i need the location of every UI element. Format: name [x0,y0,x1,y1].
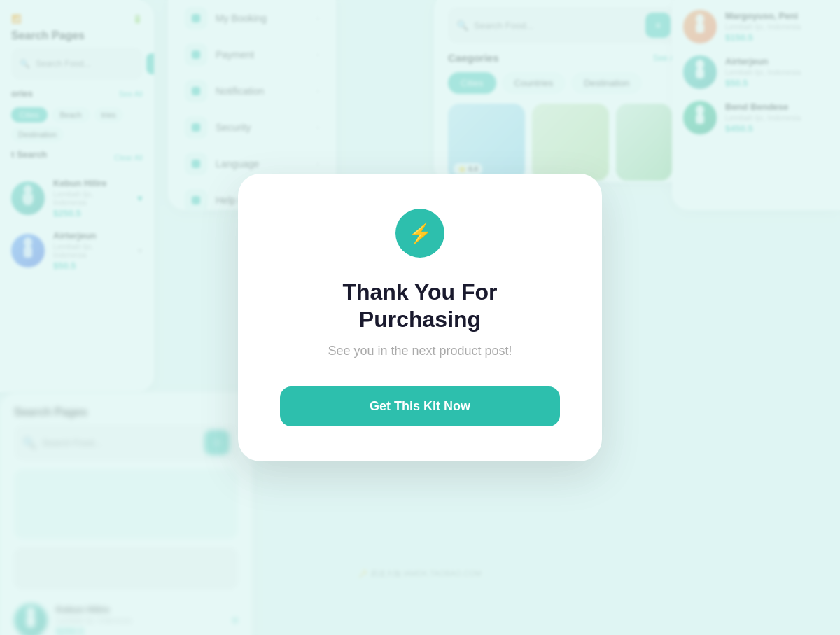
modal-title: Thank You For Purchasing [280,279,560,333]
modal-subtitle: See you in the next product post! [280,344,560,358]
modal-card: ⚡ Thank You For Purchasing See you in th… [238,174,602,461]
modal-icon: ⚡ [396,209,444,258]
get-kit-button[interactable]: Get This Kit Now [280,386,560,426]
modal-overlay: ⚡ Thank You For Purchasing See you in th… [0,0,840,635]
